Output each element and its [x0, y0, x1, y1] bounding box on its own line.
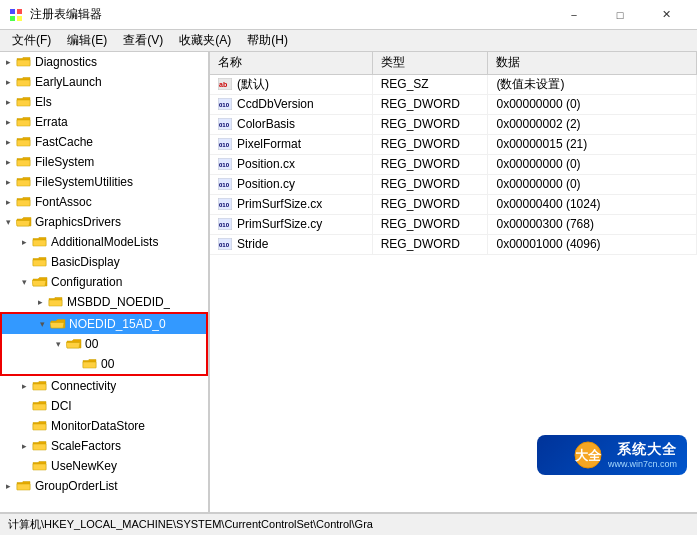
folder-icon-dci: [32, 398, 48, 414]
svg-text:010: 010: [219, 242, 230, 248]
expand-btn-els[interactable]: ▸: [0, 94, 16, 110]
tree-item-els[interactable]: ▸ Els: [0, 92, 208, 112]
tree-label-msbdd_noedid: MSBDD_NOEDID_: [67, 295, 170, 309]
tree-item-fontassoc[interactable]: ▸ FontAssoc: [0, 192, 208, 212]
folder-icon-els: [16, 94, 32, 110]
tree-item-00_child[interactable]: 00: [2, 354, 206, 374]
menu-item-a[interactable]: 收藏夹(A): [171, 30, 239, 51]
folder-icon-earlylaunch: [16, 74, 32, 90]
folder-icon-diagnostics: [16, 54, 32, 70]
maximize-button[interactable]: □: [597, 0, 643, 30]
tree-item-fastcache[interactable]: ▸ FastCache: [0, 132, 208, 152]
expand-btn-filesystem[interactable]: ▸: [0, 154, 16, 170]
expand-btn-graphicsdrivers[interactable]: ▾: [0, 214, 16, 230]
expand-btn-earlylaunch[interactable]: ▸: [0, 74, 16, 90]
tree-item-scalefactors[interactable]: ▸ ScaleFactors: [0, 436, 208, 456]
reg-icon: 010: [218, 117, 234, 131]
expand-btn-diagnostics[interactable]: ▸: [0, 54, 16, 70]
expand-btn-errata[interactable]: ▸: [0, 114, 16, 130]
tree-item-graphicsdrivers[interactable]: ▾ GraphicsDrivers: [0, 212, 208, 232]
tree-item-basicdisplay[interactable]: BasicDisplay: [0, 252, 208, 272]
table-row[interactable]: 010 ColorBasisREG_DWORD0x00000002 (2): [210, 114, 697, 134]
reg-type: REG_DWORD: [372, 194, 488, 214]
reg-name-text: Position.cx: [237, 157, 295, 171]
registry-table: 名称 类型 数据 ab (默认)REG_SZ(数值未设置) 010 CcdDbV…: [210, 52, 697, 255]
tree-item-filesystem[interactable]: ▸ FileSystem: [0, 152, 208, 172]
close-button[interactable]: ✕: [643, 0, 689, 30]
reg-name: 010 ColorBasis: [210, 114, 372, 134]
expand-btn-dci[interactable]: [16, 398, 32, 414]
table-row[interactable]: 010 PixelFormatREG_DWORD0x00000015 (21): [210, 134, 697, 154]
tree-item-errata[interactable]: ▸ Errata: [0, 112, 208, 132]
tree-label-graphicsdrivers: GraphicsDrivers: [35, 215, 121, 229]
svg-text:010: 010: [219, 162, 230, 168]
tree-item-dci[interactable]: DCI: [0, 396, 208, 416]
svg-rect-2: [10, 16, 15, 21]
expand-btn-scalefactors[interactable]: ▸: [16, 438, 32, 454]
minimize-button[interactable]: −: [551, 0, 597, 30]
expand-btn-00_child[interactable]: [66, 356, 82, 372]
reg-data: 0x00000000 (0): [488, 154, 697, 174]
col-type[interactable]: 类型: [372, 52, 488, 74]
reg-name: 010 PrimSurfSize.cx: [210, 194, 372, 214]
reg-data: 0x00000400 (1024): [488, 194, 697, 214]
menu-item-v[interactable]: 查看(V): [115, 30, 171, 51]
tree-item-filesystemutils[interactable]: ▸ FileSystemUtilities: [0, 172, 208, 192]
expand-btn-basicdisplay[interactable]: [16, 254, 32, 270]
right-pane: 名称 类型 数据 ab (默认)REG_SZ(数值未设置) 010 CcdDbV…: [210, 52, 697, 512]
table-row[interactable]: 010 CcdDbVersionREG_DWORD0x00000000 (0): [210, 94, 697, 114]
expand-btn-filesystemutils[interactable]: ▸: [0, 174, 16, 190]
tree-item-earlylaunch[interactable]: ▸ EarlyLaunch: [0, 72, 208, 92]
tree-item-diagnostics[interactable]: ▸ Diagnostics: [0, 52, 208, 72]
table-row[interactable]: 010 Position.cyREG_DWORD0x00000000 (0): [210, 174, 697, 194]
tree-pane[interactable]: ▸ Diagnostics▸ EarlyLaunch▸ Els▸ Errata▸…: [0, 52, 210, 512]
tree-item-usenewkey[interactable]: UseNewKey: [0, 456, 208, 476]
menu-item-h[interactable]: 帮助(H): [239, 30, 296, 51]
expand-btn-msbdd_noedid[interactable]: ▸: [32, 294, 48, 310]
expand-btn-noedid_15ad[interactable]: ▾: [34, 316, 50, 332]
reg-name-text: (默认): [237, 77, 269, 91]
tree-label-monitordatastore: MonitorDataStore: [51, 419, 145, 433]
tree-item-msbdd_noedid[interactable]: ▸ MSBDD_NOEDID_: [0, 292, 208, 312]
reg-name-text: Stride: [237, 237, 268, 251]
main-content: ▸ Diagnostics▸ EarlyLaunch▸ Els▸ Errata▸…: [0, 52, 697, 513]
svg-text:010: 010: [219, 142, 230, 148]
table-row[interactable]: 010 PrimSurfSize.cyREG_DWORD0x00000300 (…: [210, 214, 697, 234]
tree-item-monitordatastore[interactable]: MonitorDataStore: [0, 416, 208, 436]
tree-item-additionalmodelists[interactable]: ▸ AdditionalModeLists: [0, 232, 208, 252]
reg-type: REG_DWORD: [372, 94, 488, 114]
expand-btn-usenewkey[interactable]: [16, 458, 32, 474]
registry-scroll[interactable]: 名称 类型 数据 ab (默认)REG_SZ(数值未设置) 010 CcdDbV…: [210, 52, 697, 512]
tree-item-00_parent[interactable]: ▾ 00: [2, 334, 206, 354]
expand-btn-fastcache[interactable]: ▸: [0, 134, 16, 150]
reg-name-text: PrimSurfSize.cy: [237, 217, 322, 231]
menu-item-e[interactable]: 编辑(E): [59, 30, 115, 51]
table-row[interactable]: 010 StrideREG_DWORD0x00001000 (4096): [210, 234, 697, 254]
expand-btn-configuration[interactable]: ▾: [16, 274, 32, 290]
expand-btn-monitordatastore[interactable]: [16, 418, 32, 434]
expand-btn-connectivity[interactable]: ▸: [16, 378, 32, 394]
col-name[interactable]: 名称: [210, 52, 372, 74]
expand-btn-grouporderlist[interactable]: ▸: [0, 478, 16, 494]
tree-label-configuration: Configuration: [51, 275, 122, 289]
tree-item-noedid_15ad[interactable]: ▾ NOEDID_15AD_0: [2, 314, 206, 334]
table-row[interactable]: 010 Position.cxREG_DWORD0x00000000 (0): [210, 154, 697, 174]
table-row[interactable]: ab (默认)REG_SZ(数值未设置): [210, 74, 697, 94]
status-text: 计算机\HKEY_LOCAL_MACHINE\SYSTEM\CurrentCon…: [8, 517, 373, 532]
expand-btn-additionalmodelists[interactable]: ▸: [16, 234, 32, 250]
col-data[interactable]: 数据: [488, 52, 697, 74]
tree-item-connectivity[interactable]: ▸ Connectivity: [0, 376, 208, 396]
menu-bar: 文件(F)编辑(E)查看(V)收藏夹(A)帮助(H): [0, 30, 697, 52]
expand-btn-fontassoc[interactable]: ▸: [0, 194, 16, 210]
table-row[interactable]: 010 PrimSurfSize.cxREG_DWORD0x00000400 (…: [210, 194, 697, 214]
reg-data: 0x00000000 (0): [488, 94, 697, 114]
folder-icon-fastcache: [16, 134, 32, 150]
tree-label-fontassoc: FontAssoc: [35, 195, 92, 209]
expand-btn-00_parent[interactable]: ▾: [50, 336, 66, 352]
tree-item-grouporderlist[interactable]: ▸ GroupOrderList: [0, 476, 208, 496]
window-controls: − □ ✕: [551, 0, 689, 30]
menu-item-f[interactable]: 文件(F): [4, 30, 59, 51]
reg-icon: 010: [218, 97, 234, 111]
tree-item-configuration[interactable]: ▾ Configuration: [0, 272, 208, 292]
reg-type: REG_DWORD: [372, 174, 488, 194]
